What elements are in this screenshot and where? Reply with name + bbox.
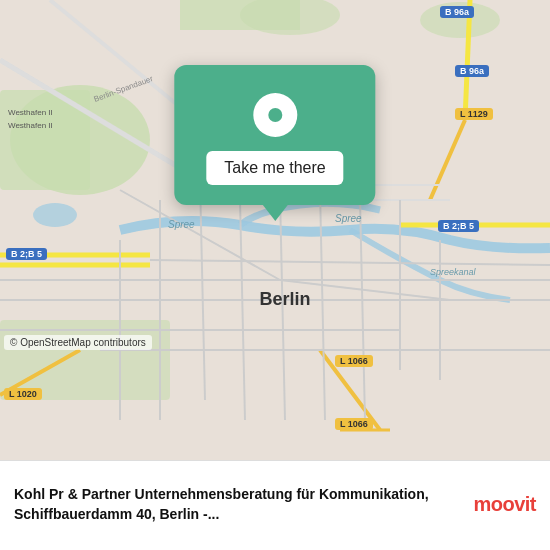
map-popup[interactable]: Take me there (174, 65, 375, 205)
svg-text:Spree: Spree (168, 219, 195, 230)
svg-point-7 (33, 203, 77, 227)
map-attribution: © OpenStreetMap contributors (4, 335, 152, 350)
info-panel: Kohl Pr & Partner Unternehmensberatung f… (0, 460, 550, 550)
moovit-brand-text: moovit (473, 493, 536, 516)
svg-text:Spreekanal: Spreekanal (430, 267, 477, 277)
location-pin-icon (253, 93, 297, 137)
svg-text:Westhafen II: Westhafen II (8, 121, 53, 130)
location-title: Kohl Pr & Partner Unternehmensberatung f… (14, 485, 463, 524)
info-text: Kohl Pr & Partner Unternehmensberatung f… (14, 485, 473, 524)
moovit-logo: moovit (473, 493, 536, 516)
svg-point-6 (420, 2, 500, 38)
svg-text:Berlin: Berlin (259, 289, 310, 309)
svg-rect-5 (0, 320, 170, 400)
svg-text:Spree: Spree (335, 213, 362, 224)
svg-text:Westhafen II: Westhafen II (8, 108, 53, 117)
app-container: Berlin Spree Spree Spreekanal Berlin-Spa… (0, 0, 550, 550)
pin-inner-dot (268, 108, 282, 122)
take-me-there-button[interactable]: Take me there (206, 151, 343, 185)
map-area: Berlin Spree Spree Spreekanal Berlin-Spa… (0, 0, 550, 460)
